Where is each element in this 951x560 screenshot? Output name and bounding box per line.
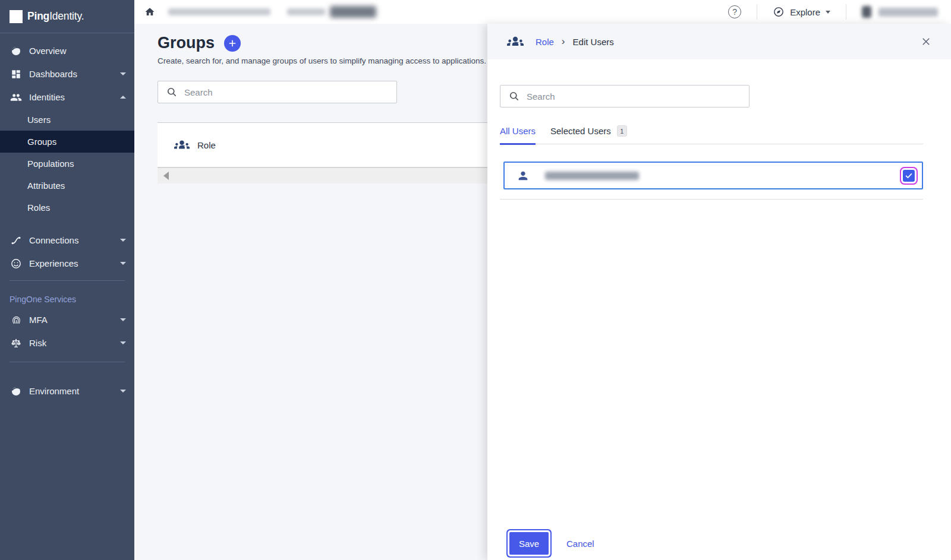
breadcrumb-redacted-text	[287, 8, 325, 15]
ping-logo-icon	[10, 10, 23, 23]
panel-footer: Save Cancel	[500, 532, 594, 555]
user-email-redacted	[545, 172, 639, 180]
user-name-redacted	[878, 8, 938, 17]
chevron-down-icon	[120, 390, 126, 393]
sidebar: PingIdentity. Overview Dashboards Identi…	[0, 0, 134, 560]
selected-count-badge: 1	[617, 125, 627, 137]
tab-selected-users[interactable]: Selected Users 1	[550, 125, 627, 144]
search-icon	[166, 86, 178, 100]
sidebar-divider	[10, 362, 125, 362]
edit-users-panel: Role › Edit Users All Users Selected Use…	[487, 24, 951, 560]
chevron-down-icon	[120, 318, 126, 321]
chevron-down-icon	[120, 341, 126, 344]
sidebar-item-connections[interactable]: Connections	[0, 229, 134, 252]
globe-icon	[10, 385, 23, 397]
scales-icon	[10, 337, 23, 349]
globe-icon	[10, 45, 23, 57]
dashboard-icon	[10, 69, 23, 80]
search-icon	[508, 90, 520, 105]
sidebar-item-environment[interactable]: Environment	[0, 379, 134, 403]
chevron-down-icon	[120, 262, 126, 265]
sidebar-item-populations[interactable]: Populations	[0, 153, 134, 175]
chevron-down-icon	[120, 72, 126, 75]
sidebar-item-overview[interactable]: Overview	[0, 39, 134, 62]
user-avatar-redacted[interactable]	[862, 6, 871, 18]
sidebar-item-attributes[interactable]: Attributes	[0, 175, 134, 197]
person-icon	[517, 169, 530, 182]
user-checkbox[interactable]	[903, 170, 915, 182]
topbar-right: Explore	[728, 4, 939, 20]
save-button[interactable]: Save	[509, 532, 549, 555]
explore-label: Explore	[790, 7, 820, 17]
sidebar-divider	[10, 280, 125, 281]
brand-name: PingIdentity.	[27, 10, 84, 23]
caret-down-icon	[826, 11, 830, 14]
breadcrumb-redacted-text	[168, 8, 270, 15]
pingone-services-label: PingOne Services	[0, 286, 134, 308]
breadcrumb-redacted-badge	[330, 6, 376, 18]
people-icon	[10, 91, 23, 103]
topbar-divider	[846, 4, 846, 20]
close-icon[interactable]	[921, 36, 931, 47]
breadcrumb-role-link[interactable]: Role	[536, 37, 554, 47]
group-row-label: Role	[197, 140, 216, 150]
groups-search-input[interactable]	[158, 81, 397, 103]
add-group-button[interactable]	[224, 35, 241, 52]
sidebar-item-risk[interactable]: Risk	[0, 331, 134, 355]
connections-icon	[10, 235, 23, 246]
panel-body: All Users Selected Users 1	[487, 59, 951, 200]
chevron-right-icon: ›	[562, 36, 565, 48]
page-title: Groups	[158, 34, 215, 52]
sidebar-nav: Overview Dashboards Identities Users Gro…	[0, 33, 134, 403]
brand-logo: PingIdentity.	[0, 0, 134, 33]
sidebar-item-experiences[interactable]: Experiences	[0, 252, 134, 275]
home-icon[interactable]	[144, 7, 155, 17]
fingerprint-icon	[10, 314, 23, 325]
groups-icon	[174, 137, 190, 153]
topbar: Explore	[134, 0, 951, 24]
tab-all-users[interactable]: All Users	[500, 126, 536, 145]
sidebar-item-users[interactable]: Users	[0, 109, 134, 131]
topbar-divider	[757, 4, 757, 20]
check-icon	[905, 172, 913, 180]
users-search-input[interactable]	[500, 85, 750, 107]
chevron-down-icon	[120, 239, 126, 242]
users-search	[500, 85, 750, 107]
sidebar-item-roles[interactable]: Roles	[0, 197, 134, 219]
compass-icon	[773, 6, 785, 18]
explore-menu[interactable]: Explore	[773, 6, 830, 18]
sidebar-item-identities[interactable]: Identities	[0, 86, 134, 109]
breadcrumb-current: Edit Users	[573, 37, 614, 47]
scroll-left-arrow-icon[interactable]	[163, 172, 169, 180]
panel-header: Role › Edit Users	[487, 24, 951, 59]
sidebar-item-dashboards[interactable]: Dashboards	[0, 62, 134, 86]
cancel-button[interactable]: Cancel	[566, 539, 594, 549]
help-icon[interactable]	[728, 5, 741, 18]
user-list-item[interactable]	[503, 162, 923, 189]
sidebar-item-mfa[interactable]: MFA	[0, 308, 134, 331]
smiley-icon	[10, 258, 23, 270]
list-divider	[500, 199, 923, 200]
groups-search	[158, 81, 397, 103]
plus-icon	[228, 39, 237, 48]
sidebar-item-groups[interactable]: Groups	[0, 131, 134, 153]
chevron-up-icon	[120, 96, 126, 99]
groups-icon	[507, 33, 524, 50]
user-tabs: All Users Selected Users 1	[500, 125, 923, 144]
